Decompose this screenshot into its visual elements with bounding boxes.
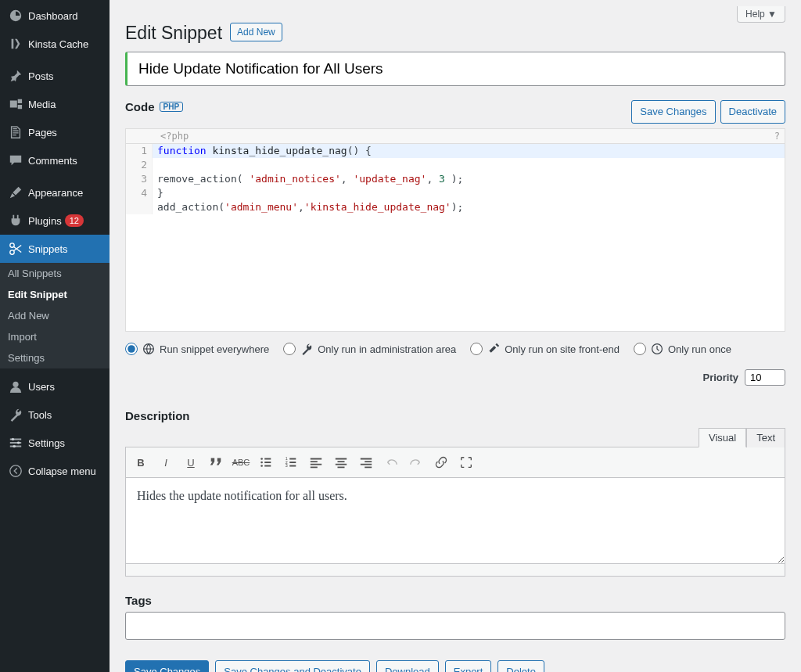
sidebar-item-plugins[interactable]: Plugins 12 — [0, 207, 110, 235]
scope-front[interactable]: Only run on site front-end — [470, 343, 620, 355]
save-changes-button-top[interactable]: Save Changes — [631, 100, 715, 124]
sub-all-snippets[interactable]: All Snippets — [0, 263, 110, 284]
tags-input[interactable] — [125, 612, 785, 640]
sidebar-item-appearance[interactable]: Appearance — [0, 178, 110, 207]
sidebar-item-label: Plugins — [28, 215, 62, 227]
priority-input[interactable] — [745, 369, 785, 386]
download-button[interactable]: Download — [376, 660, 439, 672]
wrench-icon — [8, 407, 23, 422]
sidebar-item-media[interactable]: Media — [0, 90, 110, 118]
sub-settings[interactable]: Settings — [0, 347, 110, 368]
tab-text[interactable]: Text — [746, 428, 785, 447]
wrench-icon — [300, 343, 313, 355]
number-list-button[interactable]: 123 — [279, 451, 303, 474]
underline-button[interactable]: U — [179, 451, 203, 474]
sidebar-item-label: Collapse menu — [28, 465, 96, 477]
collapse-icon — [8, 463, 23, 479]
strikethrough-button[interactable]: ABC — [229, 451, 253, 474]
editor-help-icon[interactable]: ? — [774, 131, 780, 142]
scissors-icon — [8, 241, 23, 257]
sidebar-item-settings[interactable]: Settings — [0, 429, 110, 457]
sidebar-item-collapse[interactable]: Collapse menu — [0, 457, 110, 485]
sidebar-item-label: Pages — [28, 127, 57, 138]
editor-status-bar — [125, 564, 785, 577]
scope-everywhere-radio[interactable] — [125, 343, 138, 355]
svg-point-6 — [10, 465, 21, 476]
sidebar-item-pages[interactable]: Pages — [0, 118, 110, 146]
sub-add-new[interactable]: Add New — [0, 305, 110, 326]
italic-button[interactable]: I — [154, 451, 178, 474]
snippet-title-input[interactable] — [125, 52, 785, 86]
description-input[interactable]: Hides the update notification for all us… — [125, 478, 785, 564]
sidebar-item-tools[interactable]: Tools — [0, 401, 110, 429]
save-deactivate-button[interactable]: Save Changes and Deactivate — [215, 660, 370, 672]
clock-icon — [651, 343, 663, 355]
hammer-icon — [487, 343, 500, 355]
link-button[interactable] — [429, 451, 453, 474]
sidebar-item-label: Tools — [28, 409, 52, 421]
scope-admin-radio[interactable] — [283, 343, 296, 355]
sidebar-item-label: Appearance — [28, 187, 83, 199]
sidebar-item-posts[interactable]: Posts — [0, 62, 110, 90]
scope-front-radio[interactable] — [470, 343, 483, 355]
sidebar-item-label: Snippets — [28, 243, 68, 255]
export-button[interactable]: Export — [445, 660, 492, 672]
svg-point-4 — [17, 441, 20, 444]
update-badge: 12 — [65, 214, 84, 227]
plug-icon — [8, 213, 23, 228]
admin-sidebar: Dashboard Kinsta Cache Posts Media Pages… — [0, 0, 110, 672]
sub-import[interactable]: Import — [0, 326, 110, 347]
align-right-button[interactable] — [354, 451, 378, 474]
code-editor[interactable]: <?php? 1234 function kinsta_hide_update_… — [125, 128, 785, 332]
pages-icon — [8, 124, 23, 140]
code-label: Code — [125, 100, 155, 113]
help-button[interactable]: Help ▼ — [737, 6, 785, 23]
scope-label: Only run on site front-end — [505, 343, 620, 355]
sidebar-item-label: Settings — [28, 437, 65, 449]
svg-point-11 — [260, 465, 263, 467]
sidebar-item-comments[interactable]: Comments — [0, 146, 110, 174]
bullet-list-button[interactable] — [254, 451, 278, 474]
page-title: Edit Snippet — [125, 23, 222, 44]
add-new-button[interactable]: Add New — [230, 23, 282, 41]
align-left-button[interactable] — [304, 451, 328, 474]
redo-button[interactable] — [404, 451, 428, 474]
sidebar-item-snippets[interactable]: Snippets — [0, 235, 110, 263]
fullscreen-button[interactable] — [454, 451, 478, 474]
svg-point-2 — [13, 382, 18, 387]
pin-icon — [8, 68, 23, 84]
code-content[interactable]: function kinsta_hide_update_nag() { remo… — [153, 144, 785, 214]
sidebar-item-label: Users — [28, 381, 55, 393]
scope-label: Only run in administration area — [318, 343, 456, 355]
blockquote-button[interactable] — [204, 451, 228, 474]
save-changes-button[interactable]: Save Changes — [125, 660, 209, 672]
scope-everywhere[interactable]: Run snippet everywhere — [125, 343, 269, 355]
sidebar-item-dashboard[interactable]: Dashboard — [0, 2, 110, 30]
globe-icon — [142, 343, 155, 355]
tags-label: Tags — [125, 594, 152, 607]
tab-visual[interactable]: Visual — [699, 428, 746, 447]
svg-point-10 — [260, 462, 263, 464]
scope-once-radio[interactable] — [634, 343, 646, 355]
svg-point-9 — [260, 458, 263, 460]
sub-edit-snippet[interactable]: Edit Snippet — [0, 284, 110, 305]
delete-button[interactable]: Delete — [497, 660, 544, 672]
sidebar-item-label: Kinsta Cache — [28, 38, 88, 50]
comment-icon — [8, 153, 23, 168]
scope-admin[interactable]: Only run in administration area — [283, 343, 456, 355]
sidebar-item-label: Comments — [28, 155, 77, 167]
dashboard-icon — [8, 8, 23, 23]
description-label: Description — [125, 409, 190, 422]
bold-button[interactable]: B — [129, 451, 153, 474]
svg-text:3: 3 — [286, 463, 288, 468]
sidebar-item-kinsta[interactable]: Kinsta Cache — [0, 30, 110, 58]
sidebar-item-users[interactable]: Users — [0, 372, 110, 401]
deactivate-button-top[interactable]: Deactivate — [720, 100, 785, 124]
align-center-button[interactable] — [329, 451, 353, 474]
priority-label: Priority — [702, 372, 738, 383]
user-icon — [8, 379, 23, 394]
media-icon — [8, 96, 23, 112]
undo-button[interactable] — [379, 451, 403, 474]
scope-once[interactable]: Only run once — [634, 343, 731, 355]
sidebar-item-label: Media — [28, 99, 56, 110]
